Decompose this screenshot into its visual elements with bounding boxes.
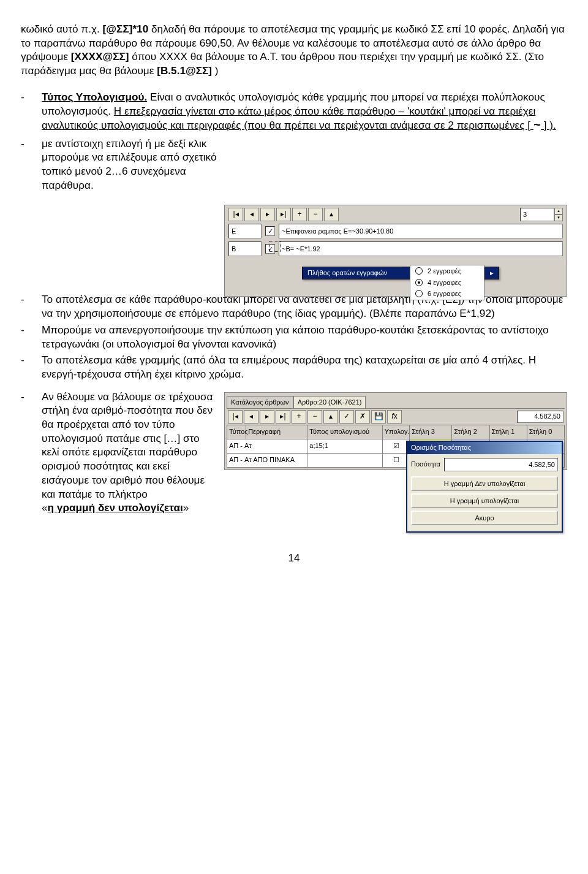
code-field-2[interactable]: B (228, 241, 262, 256)
intro-paragraph: κωδικό αυτό π.χ. [@ΣΣ]*10 δηλαδή θα πάρο… (21, 22, 567, 78)
nav-add-icon[interactable]: + (292, 208, 307, 221)
grid-fx-icon[interactable]: fx (387, 410, 402, 424)
print-checkbox-1[interactable]: ✓ (265, 226, 275, 236)
print-checkbox-2[interactable]: ✓ (265, 244, 275, 254)
panel-count-spinner[interactable]: 3 ▲▼ (520, 208, 563, 221)
grid-edit-icon[interactable]: ▴ (323, 410, 338, 424)
grid-check-icon[interactable]: ✓ (339, 410, 354, 424)
records-6-option[interactable]: 6 εγγραφες (410, 288, 484, 300)
records-2-option[interactable]: 2 εγγραφές (410, 265, 484, 277)
quantity-label: Ποσότητα (411, 460, 440, 469)
quantity-input[interactable]: 4.582,50 (444, 458, 558, 471)
figure-quantity-dialog: Κατάλογος άρθρων Αρθρο:20 (ΟΙΚ-7621) |◂ … (224, 392, 567, 470)
grid-first-icon[interactable]: |◂ (228, 410, 243, 424)
grid-last-icon[interactable]: ▸| (276, 410, 290, 424)
grid-remove-icon[interactable]: − (307, 410, 322, 424)
grid-next-icon[interactable]: ▸ (260, 410, 274, 424)
figure-formula-panels: |◂ ◂ ▸ ▸| + − ▴ 3 ▲▼ E ✓ ~Επιφανεια ραμπ… (224, 205, 567, 297)
list-item-3: - Το αποτέλεσμα σε κάθε παράθυρο-κουτάκι… (21, 292, 567, 320)
nav-prev-icon[interactable]: ◂ (244, 208, 259, 221)
list-item-6: - Κατάλογος άρθρων Αρθρο:20 (ΟΙΚ-7621) |… (21, 390, 567, 515)
nav-last-icon[interactable]: ▸| (276, 208, 291, 221)
grid-prev-icon[interactable]: ◂ (244, 410, 258, 424)
nav-edit-icon[interactable]: ▴ (324, 208, 339, 221)
page-number: 14 (21, 552, 567, 565)
list-item-5: - Το αποτέλεσμα κάθε γραμμής (από όλα τα… (21, 353, 567, 381)
grid-save-icon[interactable]: 💾 (371, 410, 386, 424)
context-menu-rows[interactable]: Πλήθος ορατών εγγραφών ▸ 2 εγγραφές 4 εγ… (302, 267, 499, 279)
list-item-4: - Μπορούμε να απενεργοποιήσουμε την εκτύ… (21, 323, 567, 351)
cancel-button[interactable]: Ακυρο (411, 511, 558, 525)
list-item-2: - με αντίστοιχη επιλογή ή με δεξί κλικ μ… (21, 137, 567, 192)
nav-next-icon[interactable]: ▸ (260, 208, 275, 221)
nav-remove-icon[interactable]: − (308, 208, 323, 221)
grid-cancel-icon[interactable]: ✗ (355, 410, 370, 424)
dialog-title: Ορισμός Ποσότητας (407, 442, 562, 454)
list-item-typos: - Τύπος Υπολογισμού. Είναι ο αναλυτικός … (21, 90, 567, 134)
quantity-dialog: Ορισμός Ποσότητας Ποσότητα 4.582,50 Η γρ… (406, 441, 563, 533)
nav-first-icon[interactable]: |◂ (228, 208, 243, 221)
tab-catalog[interactable]: Κατάλογος άρθρων (227, 396, 293, 408)
code-field-1[interactable]: E (228, 224, 262, 238)
total-value: 4.582,50 (517, 411, 564, 423)
calculated-button[interactable]: Η γραμμή υπολογίζεται (411, 493, 558, 508)
formula-field-1[interactable]: ~Επιφανεια ραμπας Ε=~30.90+10.80 (279, 224, 563, 238)
formula-field-2[interactable]: ~B= ~E*1.92 (279, 241, 563, 256)
grid-add-icon[interactable]: + (292, 410, 306, 424)
not-calculated-button[interactable]: Η γραμμή ∆εν υπολογίζεται (411, 476, 558, 491)
tab-article[interactable]: Αρθρο:20 (ΟΙΚ-7621) (293, 396, 366, 408)
records-4-option[interactable]: 4 εγγραφες (410, 277, 484, 289)
